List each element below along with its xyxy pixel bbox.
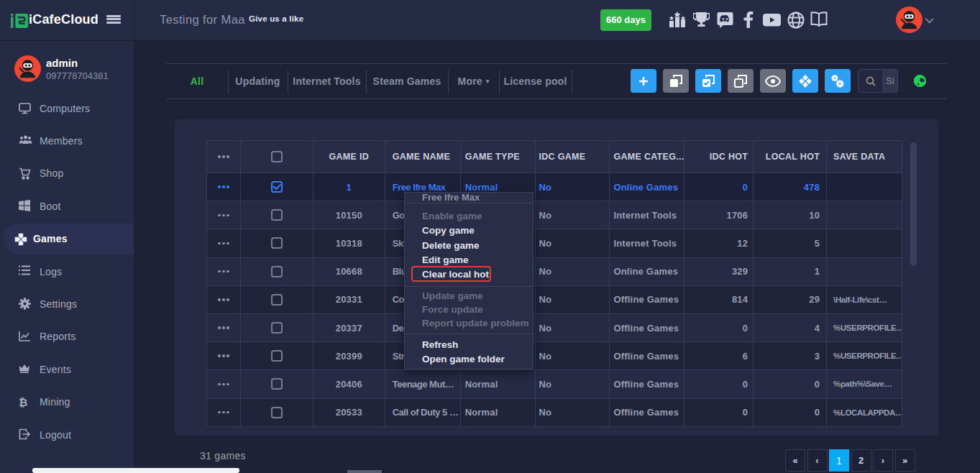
svg-text:₿: ₿ [19, 396, 27, 408]
